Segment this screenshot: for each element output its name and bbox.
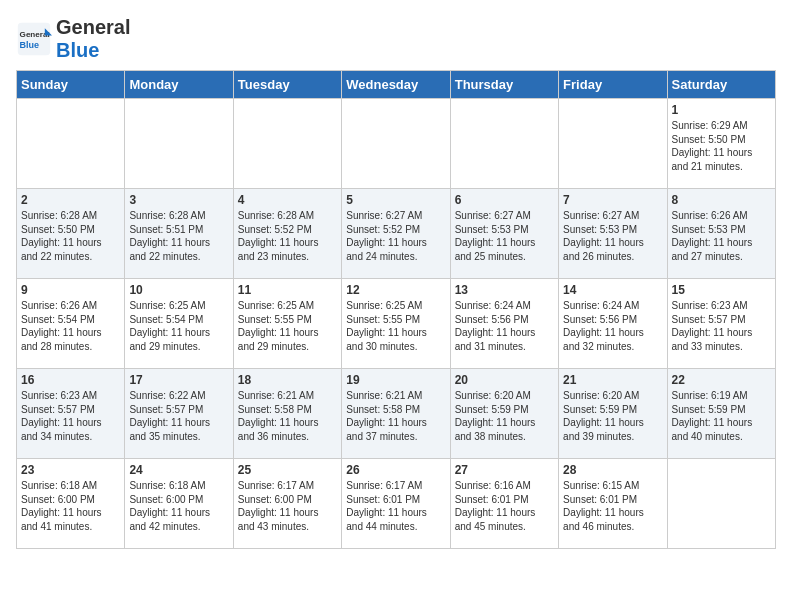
day-number: 11 [238, 283, 337, 297]
day-info: Sunrise: 6:23 AM Sunset: 5:57 PM Dayligh… [21, 389, 120, 443]
day-number: 16 [21, 373, 120, 387]
day-number: 1 [672, 103, 771, 117]
calendar-header-row: SundayMondayTuesdayWednesdayThursdayFrid… [17, 71, 776, 99]
calendar-cell: 21Sunrise: 6:20 AM Sunset: 5:59 PM Dayli… [559, 369, 667, 459]
calendar-cell: 18Sunrise: 6:21 AM Sunset: 5:58 PM Dayli… [233, 369, 341, 459]
calendar-cell: 10Sunrise: 6:25 AM Sunset: 5:54 PM Dayli… [125, 279, 233, 369]
calendar-cell [342, 99, 450, 189]
calendar-cell: 12Sunrise: 6:25 AM Sunset: 5:55 PM Dayli… [342, 279, 450, 369]
page-header: General Blue General Blue [16, 16, 776, 62]
day-number: 4 [238, 193, 337, 207]
day-info: Sunrise: 6:19 AM Sunset: 5:59 PM Dayligh… [672, 389, 771, 443]
day-number: 17 [129, 373, 228, 387]
day-info: Sunrise: 6:21 AM Sunset: 5:58 PM Dayligh… [346, 389, 445, 443]
day-number: 22 [672, 373, 771, 387]
calendar-cell: 16Sunrise: 6:23 AM Sunset: 5:57 PM Dayli… [17, 369, 125, 459]
logo-text-blue: Blue [56, 39, 99, 61]
day-info: Sunrise: 6:18 AM Sunset: 6:00 PM Dayligh… [21, 479, 120, 533]
day-info: Sunrise: 6:26 AM Sunset: 5:54 PM Dayligh… [21, 299, 120, 353]
calendar-cell: 7Sunrise: 6:27 AM Sunset: 5:53 PM Daylig… [559, 189, 667, 279]
day-info: Sunrise: 6:25 AM Sunset: 5:54 PM Dayligh… [129, 299, 228, 353]
calendar-cell: 6Sunrise: 6:27 AM Sunset: 5:53 PM Daylig… [450, 189, 558, 279]
day-info: Sunrise: 6:25 AM Sunset: 5:55 PM Dayligh… [238, 299, 337, 353]
calendar-cell [450, 99, 558, 189]
day-info: Sunrise: 6:20 AM Sunset: 5:59 PM Dayligh… [563, 389, 662, 443]
day-number: 9 [21, 283, 120, 297]
calendar-table: SundayMondayTuesdayWednesdayThursdayFrid… [16, 70, 776, 549]
day-number: 27 [455, 463, 554, 477]
calendar-cell: 22Sunrise: 6:19 AM Sunset: 5:59 PM Dayli… [667, 369, 775, 459]
day-info: Sunrise: 6:24 AM Sunset: 5:56 PM Dayligh… [455, 299, 554, 353]
calendar-cell: 19Sunrise: 6:21 AM Sunset: 5:58 PM Dayli… [342, 369, 450, 459]
calendar-cell: 15Sunrise: 6:23 AM Sunset: 5:57 PM Dayli… [667, 279, 775, 369]
day-number: 2 [21, 193, 120, 207]
day-info: Sunrise: 6:25 AM Sunset: 5:55 PM Dayligh… [346, 299, 445, 353]
day-info: Sunrise: 6:18 AM Sunset: 6:00 PM Dayligh… [129, 479, 228, 533]
day-info: Sunrise: 6:29 AM Sunset: 5:50 PM Dayligh… [672, 119, 771, 173]
calendar-week-1: 1Sunrise: 6:29 AM Sunset: 5:50 PM Daylig… [17, 99, 776, 189]
day-number: 14 [563, 283, 662, 297]
calendar-cell: 3Sunrise: 6:28 AM Sunset: 5:51 PM Daylig… [125, 189, 233, 279]
calendar-cell: 26Sunrise: 6:17 AM Sunset: 6:01 PM Dayli… [342, 459, 450, 549]
day-number: 7 [563, 193, 662, 207]
calendar-cell [17, 99, 125, 189]
day-number: 25 [238, 463, 337, 477]
logo-icon: General Blue [16, 21, 52, 57]
calendar-cell: 9Sunrise: 6:26 AM Sunset: 5:54 PM Daylig… [17, 279, 125, 369]
calendar-cell: 23Sunrise: 6:18 AM Sunset: 6:00 PM Dayli… [17, 459, 125, 549]
calendar-cell: 8Sunrise: 6:26 AM Sunset: 5:53 PM Daylig… [667, 189, 775, 279]
day-info: Sunrise: 6:21 AM Sunset: 5:58 PM Dayligh… [238, 389, 337, 443]
day-number: 15 [672, 283, 771, 297]
header-tuesday: Tuesday [233, 71, 341, 99]
logo: General Blue General Blue [16, 16, 130, 62]
day-number: 18 [238, 373, 337, 387]
calendar-cell: 20Sunrise: 6:20 AM Sunset: 5:59 PM Dayli… [450, 369, 558, 459]
day-number: 3 [129, 193, 228, 207]
header-saturday: Saturday [667, 71, 775, 99]
day-number: 13 [455, 283, 554, 297]
day-number: 21 [563, 373, 662, 387]
calendar-cell: 2Sunrise: 6:28 AM Sunset: 5:50 PM Daylig… [17, 189, 125, 279]
calendar-week-5: 23Sunrise: 6:18 AM Sunset: 6:00 PM Dayli… [17, 459, 776, 549]
header-friday: Friday [559, 71, 667, 99]
day-number: 26 [346, 463, 445, 477]
header-wednesday: Wednesday [342, 71, 450, 99]
header-sunday: Sunday [17, 71, 125, 99]
day-number: 12 [346, 283, 445, 297]
logo-text-general: General [56, 16, 130, 38]
day-info: Sunrise: 6:27 AM Sunset: 5:52 PM Dayligh… [346, 209, 445, 263]
day-info: Sunrise: 6:26 AM Sunset: 5:53 PM Dayligh… [672, 209, 771, 263]
day-info: Sunrise: 6:17 AM Sunset: 6:01 PM Dayligh… [346, 479, 445, 533]
calendar-cell [559, 99, 667, 189]
day-number: 28 [563, 463, 662, 477]
day-info: Sunrise: 6:16 AM Sunset: 6:01 PM Dayligh… [455, 479, 554, 533]
calendar-cell [233, 99, 341, 189]
day-number: 24 [129, 463, 228, 477]
calendar-cell: 17Sunrise: 6:22 AM Sunset: 5:57 PM Dayli… [125, 369, 233, 459]
header-monday: Monday [125, 71, 233, 99]
calendar-cell [667, 459, 775, 549]
day-info: Sunrise: 6:15 AM Sunset: 6:01 PM Dayligh… [563, 479, 662, 533]
calendar-cell: 28Sunrise: 6:15 AM Sunset: 6:01 PM Dayli… [559, 459, 667, 549]
day-info: Sunrise: 6:28 AM Sunset: 5:52 PM Dayligh… [238, 209, 337, 263]
day-number: 5 [346, 193, 445, 207]
day-info: Sunrise: 6:27 AM Sunset: 5:53 PM Dayligh… [563, 209, 662, 263]
calendar-cell: 14Sunrise: 6:24 AM Sunset: 5:56 PM Dayli… [559, 279, 667, 369]
calendar-cell [125, 99, 233, 189]
day-info: Sunrise: 6:28 AM Sunset: 5:50 PM Dayligh… [21, 209, 120, 263]
day-number: 23 [21, 463, 120, 477]
day-number: 20 [455, 373, 554, 387]
calendar-cell: 11Sunrise: 6:25 AM Sunset: 5:55 PM Dayli… [233, 279, 341, 369]
calendar-cell: 24Sunrise: 6:18 AM Sunset: 6:00 PM Dayli… [125, 459, 233, 549]
calendar-week-3: 9Sunrise: 6:26 AM Sunset: 5:54 PM Daylig… [17, 279, 776, 369]
day-info: Sunrise: 6:24 AM Sunset: 5:56 PM Dayligh… [563, 299, 662, 353]
calendar-cell: 1Sunrise: 6:29 AM Sunset: 5:50 PM Daylig… [667, 99, 775, 189]
calendar-cell: 25Sunrise: 6:17 AM Sunset: 6:00 PM Dayli… [233, 459, 341, 549]
day-number: 19 [346, 373, 445, 387]
day-number: 10 [129, 283, 228, 297]
calendar-cell: 27Sunrise: 6:16 AM Sunset: 6:01 PM Dayli… [450, 459, 558, 549]
day-info: Sunrise: 6:22 AM Sunset: 5:57 PM Dayligh… [129, 389, 228, 443]
calendar-week-4: 16Sunrise: 6:23 AM Sunset: 5:57 PM Dayli… [17, 369, 776, 459]
calendar-cell: 4Sunrise: 6:28 AM Sunset: 5:52 PM Daylig… [233, 189, 341, 279]
header-thursday: Thursday [450, 71, 558, 99]
